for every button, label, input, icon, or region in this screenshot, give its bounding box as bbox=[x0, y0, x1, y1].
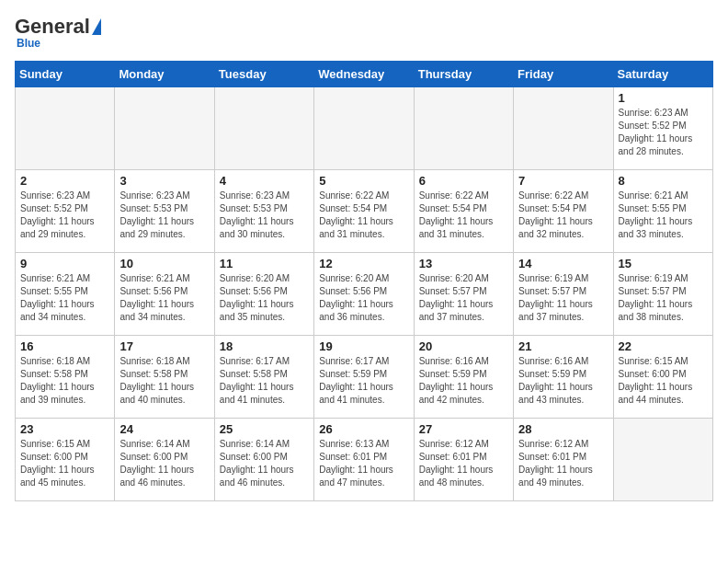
logo-general-text: General bbox=[15, 15, 90, 39]
week-row-4: 16Sunrise: 6:18 AM Sunset: 5:58 PM Dayli… bbox=[16, 336, 713, 419]
day-info: Sunrise: 6:21 AM Sunset: 5:55 PM Dayligh… bbox=[20, 272, 109, 324]
day-number: 27 bbox=[419, 422, 508, 436]
day-number: 26 bbox=[319, 422, 408, 436]
weekday-header-wednesday: Wednesday bbox=[314, 62, 414, 87]
day-number: 22 bbox=[619, 339, 708, 353]
calendar-cell: 10Sunrise: 6:21 AM Sunset: 5:56 PM Dayli… bbox=[115, 253, 214, 336]
calendar-cell: 25Sunrise: 6:14 AM Sunset: 6:00 PM Dayli… bbox=[214, 419, 313, 501]
day-number: 3 bbox=[119, 174, 209, 188]
calendar-cell: 12Sunrise: 6:20 AM Sunset: 5:56 PM Dayli… bbox=[314, 253, 414, 336]
day-info: Sunrise: 6:21 AM Sunset: 5:55 PM Dayligh… bbox=[619, 190, 708, 241]
day-info: Sunrise: 6:12 AM Sunset: 6:01 PM Dayligh… bbox=[518, 438, 608, 489]
calendar-cell bbox=[115, 87, 214, 170]
day-info: Sunrise: 6:13 AM Sunset: 6:01 PM Dayligh… bbox=[319, 438, 408, 489]
logo-triangle-icon bbox=[92, 18, 101, 35]
day-number: 15 bbox=[619, 257, 708, 270]
day-number: 19 bbox=[319, 339, 408, 353]
calendar-table: SundayMondayTuesdayWednesdayThursdayFrid… bbox=[15, 61, 713, 501]
week-row-2: 2Sunrise: 6:23 AM Sunset: 5:52 PM Daylig… bbox=[16, 170, 713, 253]
day-info: Sunrise: 6:19 AM Sunset: 5:57 PM Dayligh… bbox=[518, 272, 608, 324]
day-number: 28 bbox=[518, 422, 608, 436]
weekday-header-saturday: Saturday bbox=[613, 62, 712, 87]
day-info: Sunrise: 6:15 AM Sunset: 6:00 PM Dayligh… bbox=[619, 355, 708, 407]
calendar-cell: 19Sunrise: 6:17 AM Sunset: 5:59 PM Dayli… bbox=[314, 336, 414, 419]
day-number: 23 bbox=[20, 422, 109, 436]
weekday-header-sunday: Sunday bbox=[16, 62, 115, 87]
calendar-cell: 18Sunrise: 6:17 AM Sunset: 5:58 PM Dayli… bbox=[214, 336, 313, 419]
day-info: Sunrise: 6:14 AM Sunset: 6:00 PM Dayligh… bbox=[220, 438, 309, 489]
day-info: Sunrise: 6:20 AM Sunset: 5:56 PM Dayligh… bbox=[220, 272, 309, 324]
calendar-cell bbox=[214, 87, 313, 170]
calendar-cell: 23Sunrise: 6:15 AM Sunset: 6:00 PM Dayli… bbox=[16, 419, 115, 501]
calendar-cell bbox=[514, 87, 613, 170]
calendar-cell: 21Sunrise: 6:16 AM Sunset: 5:59 PM Dayli… bbox=[514, 336, 613, 419]
week-row-5: 23Sunrise: 6:15 AM Sunset: 6:00 PM Dayli… bbox=[16, 419, 713, 501]
calendar-cell: 27Sunrise: 6:12 AM Sunset: 6:01 PM Dayli… bbox=[414, 419, 513, 501]
day-info: Sunrise: 6:18 AM Sunset: 5:58 PM Dayligh… bbox=[20, 355, 109, 407]
calendar-cell: 26Sunrise: 6:13 AM Sunset: 6:01 PM Dayli… bbox=[314, 419, 414, 501]
day-info: Sunrise: 6:23 AM Sunset: 5:52 PM Dayligh… bbox=[20, 190, 109, 241]
logo: General Blue bbox=[15, 15, 101, 50]
logo-blue-text: Blue bbox=[15, 37, 40, 50]
day-info: Sunrise: 6:22 AM Sunset: 5:54 PM Dayligh… bbox=[419, 190, 508, 241]
day-number: 14 bbox=[518, 257, 608, 270]
day-info: Sunrise: 6:20 AM Sunset: 5:56 PM Dayligh… bbox=[319, 272, 408, 324]
day-number: 20 bbox=[419, 339, 508, 353]
calendar-cell: 7Sunrise: 6:22 AM Sunset: 5:54 PM Daylig… bbox=[514, 170, 613, 253]
day-number: 4 bbox=[220, 174, 309, 188]
week-row-3: 9Sunrise: 6:21 AM Sunset: 5:55 PM Daylig… bbox=[16, 253, 713, 336]
day-number: 7 bbox=[518, 174, 608, 188]
calendar-cell: 14Sunrise: 6:19 AM Sunset: 5:57 PM Dayli… bbox=[514, 253, 613, 336]
calendar-cell: 13Sunrise: 6:20 AM Sunset: 5:57 PM Dayli… bbox=[414, 253, 513, 336]
day-number: 9 bbox=[20, 257, 109, 270]
calendar-cell: 8Sunrise: 6:21 AM Sunset: 5:55 PM Daylig… bbox=[613, 170, 712, 253]
day-number: 24 bbox=[119, 422, 209, 436]
calendar-cell bbox=[16, 87, 115, 170]
day-number: 13 bbox=[419, 257, 508, 270]
calendar-cell: 2Sunrise: 6:23 AM Sunset: 5:52 PM Daylig… bbox=[16, 170, 115, 253]
day-number: 6 bbox=[419, 174, 508, 188]
day-info: Sunrise: 6:16 AM Sunset: 5:59 PM Dayligh… bbox=[518, 355, 608, 407]
day-info: Sunrise: 6:14 AM Sunset: 6:00 PM Dayligh… bbox=[119, 438, 209, 489]
day-number: 18 bbox=[220, 339, 309, 353]
day-number: 2 bbox=[20, 174, 109, 188]
day-info: Sunrise: 6:16 AM Sunset: 5:59 PM Dayligh… bbox=[419, 355, 508, 407]
weekday-header-thursday: Thursday bbox=[414, 62, 513, 87]
day-number: 25 bbox=[220, 422, 309, 436]
day-number: 16 bbox=[20, 339, 109, 353]
calendar-cell bbox=[314, 87, 414, 170]
day-number: 11 bbox=[220, 257, 309, 270]
weekday-header-row: SundayMondayTuesdayWednesdayThursdayFrid… bbox=[16, 62, 713, 87]
calendar-cell bbox=[613, 419, 712, 501]
day-info: Sunrise: 6:22 AM Sunset: 5:54 PM Dayligh… bbox=[319, 190, 408, 241]
day-number: 10 bbox=[119, 257, 209, 270]
day-number: 12 bbox=[319, 257, 408, 270]
weekday-header-tuesday: Tuesday bbox=[214, 62, 313, 87]
calendar-cell: 11Sunrise: 6:20 AM Sunset: 5:56 PM Dayli… bbox=[214, 253, 313, 336]
weekday-header-friday: Friday bbox=[514, 62, 613, 87]
day-number: 8 bbox=[619, 174, 708, 188]
day-info: Sunrise: 6:20 AM Sunset: 5:57 PM Dayligh… bbox=[419, 272, 508, 324]
calendar-cell: 24Sunrise: 6:14 AM Sunset: 6:00 PM Dayli… bbox=[115, 419, 214, 501]
day-info: Sunrise: 6:18 AM Sunset: 5:58 PM Dayligh… bbox=[119, 355, 209, 407]
calendar-cell: 15Sunrise: 6:19 AM Sunset: 5:57 PM Dayli… bbox=[613, 253, 712, 336]
calendar-cell: 1Sunrise: 6:23 AM Sunset: 5:52 PM Daylig… bbox=[613, 87, 712, 170]
calendar-cell: 6Sunrise: 6:22 AM Sunset: 5:54 PM Daylig… bbox=[414, 170, 513, 253]
day-info: Sunrise: 6:17 AM Sunset: 5:59 PM Dayligh… bbox=[319, 355, 408, 407]
calendar-cell: 22Sunrise: 6:15 AM Sunset: 6:00 PM Dayli… bbox=[613, 336, 712, 419]
calendar-cell: 3Sunrise: 6:23 AM Sunset: 5:53 PM Daylig… bbox=[115, 170, 214, 253]
day-number: 17 bbox=[119, 339, 209, 353]
day-info: Sunrise: 6:22 AM Sunset: 5:54 PM Dayligh… bbox=[518, 190, 608, 241]
calendar-cell: 20Sunrise: 6:16 AM Sunset: 5:59 PM Dayli… bbox=[414, 336, 513, 419]
day-info: Sunrise: 6:23 AM Sunset: 5:53 PM Dayligh… bbox=[119, 190, 209, 241]
calendar-cell: 17Sunrise: 6:18 AM Sunset: 5:58 PM Dayli… bbox=[115, 336, 214, 419]
day-info: Sunrise: 6:21 AM Sunset: 5:56 PM Dayligh… bbox=[119, 272, 209, 324]
day-info: Sunrise: 6:12 AM Sunset: 6:01 PM Dayligh… bbox=[419, 438, 508, 489]
page-header: General Blue bbox=[15, 15, 713, 50]
day-info: Sunrise: 6:19 AM Sunset: 5:57 PM Dayligh… bbox=[619, 272, 708, 324]
calendar-cell: 5Sunrise: 6:22 AM Sunset: 5:54 PM Daylig… bbox=[314, 170, 414, 253]
day-number: 1 bbox=[619, 91, 708, 105]
calendar-cell: 9Sunrise: 6:21 AM Sunset: 5:55 PM Daylig… bbox=[16, 253, 115, 336]
calendar-cell: 4Sunrise: 6:23 AM Sunset: 5:53 PM Daylig… bbox=[214, 170, 313, 253]
calendar-cell: 16Sunrise: 6:18 AM Sunset: 5:58 PM Dayli… bbox=[16, 336, 115, 419]
